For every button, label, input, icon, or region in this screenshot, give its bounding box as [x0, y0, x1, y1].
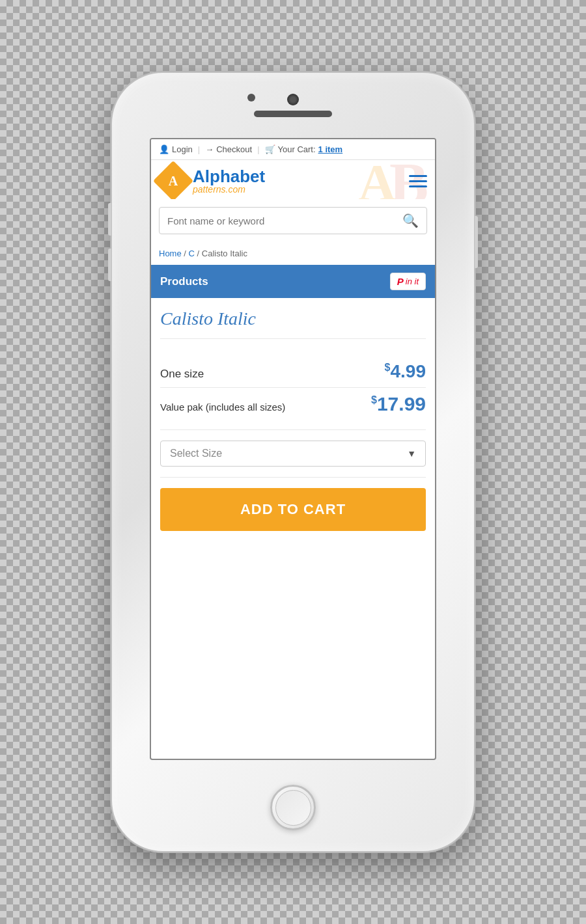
product-content: Calisto Italic One size $4.99 Value pak …: [151, 298, 435, 544]
camera-dot: [287, 94, 299, 105]
checkout-nav-item[interactable]: → Checkout: [205, 144, 252, 154]
pin-it-text: in it: [406, 277, 419, 286]
power-button: [475, 216, 478, 268]
cart-label: Your Cart:: [278, 144, 316, 154]
add-to-cart-section: ADD TO CART: [160, 478, 426, 534]
logo[interactable]: A Alphabet patterns.com: [159, 167, 265, 195]
arrow-icon: →: [205, 144, 214, 154]
user-icon: 👤: [159, 144, 169, 154]
one-size-price: $4.99: [385, 361, 426, 382]
pricing-section: One size $4.99 Value pak (includes all s…: [160, 347, 426, 430]
logo-diamond: A: [153, 161, 193, 199]
phone-screen: 👤 Login | → Checkout | 🛒 Your Cart: 1 it…: [150, 138, 436, 760]
logo-text: Alphabet patterns.com: [193, 168, 265, 194]
search-input[interactable]: [167, 215, 397, 226]
breadcrumb: Home / C / Calisto Italic: [151, 242, 435, 265]
home-button[interactable]: [270, 785, 316, 830]
breadcrumb-current: Calisto Italic: [202, 249, 247, 258]
hamburger-menu[interactable]: [409, 175, 427, 187]
breadcrumb-c[interactable]: C: [189, 249, 195, 258]
add-to-cart-button[interactable]: ADD TO CART: [160, 488, 426, 531]
products-header: Products P in it: [151, 265, 435, 298]
volume-down-button: [108, 249, 111, 281]
search-box[interactable]: 🔍: [159, 207, 427, 234]
size-select[interactable]: Select Size ▼: [160, 441, 426, 467]
logo-patterns-text: patterns.com: [193, 185, 265, 194]
login-label[interactable]: Login: [172, 144, 193, 154]
hamburger-line-1: [409, 175, 427, 177]
breadcrumb-home[interactable]: Home: [159, 249, 182, 258]
speaker: [254, 111, 332, 117]
chevron-down-icon: ▼: [407, 448, 416, 459]
value-pak-value: 17.99: [377, 393, 426, 414]
breadcrumb-sep-1: /: [184, 249, 186, 258]
nav-separator-2: |: [257, 144, 259, 154]
volume-up-button: [108, 203, 111, 236]
price-row-value-pak: Value pak (includes all sizes) $17.99: [160, 387, 426, 420]
front-camera: [247, 94, 255, 102]
cart-nav-item[interactable]: 🛒 Your Cart: 1 item: [265, 144, 343, 154]
value-pak-dollar: $: [371, 394, 377, 405]
breadcrumb-sep-2: /: [197, 249, 200, 258]
phone-top: [112, 73, 474, 138]
one-size-dollar: $: [385, 362, 391, 373]
checkout-label[interactable]: Checkout: [216, 144, 252, 154]
hamburger-line-3: [409, 185, 427, 187]
search-section: 🔍: [151, 199, 435, 242]
one-size-value: 4.99: [391, 361, 426, 381]
value-pak-label: Value pak (includes all sizes): [160, 401, 285, 413]
cart-icon: 🛒: [265, 144, 275, 154]
product-name: Calisto Italic: [160, 308, 426, 339]
products-title: Products: [160, 275, 208, 288]
nav-separator-1: |: [198, 144, 200, 154]
pin-it-p: P: [397, 276, 404, 287]
hamburger-line-2: [409, 180, 427, 182]
logo-alphabet-text: Alphabet: [193, 168, 265, 185]
one-size-label: One size: [160, 368, 204, 381]
login-nav-item[interactable]: 👤 Login: [159, 144, 193, 154]
watermark-letter-1: A: [358, 160, 396, 199]
cart-count-link[interactable]: 1 item: [318, 144, 343, 154]
phone-bottom: [112, 780, 474, 851]
pin-it-button[interactable]: P in it: [390, 273, 426, 290]
home-button-inner: [275, 790, 311, 826]
phone-frame: 👤 Login | → Checkout | 🛒 Your Cart: 1 it…: [111, 72, 475, 852]
select-section: Select Size ▼: [160, 430, 426, 478]
value-pak-price: $17.99: [371, 393, 426, 415]
select-label: Select Size: [170, 448, 222, 459]
logo-letter: A: [169, 174, 178, 189]
price-row-one-size: One size $4.99: [160, 356, 426, 387]
site-header: A B A Alphabet patterns.com: [151, 160, 435, 199]
search-icon: 🔍: [402, 213, 419, 228]
top-nav: 👤 Login | → Checkout | 🛒 Your Cart: 1 it…: [151, 139, 435, 160]
